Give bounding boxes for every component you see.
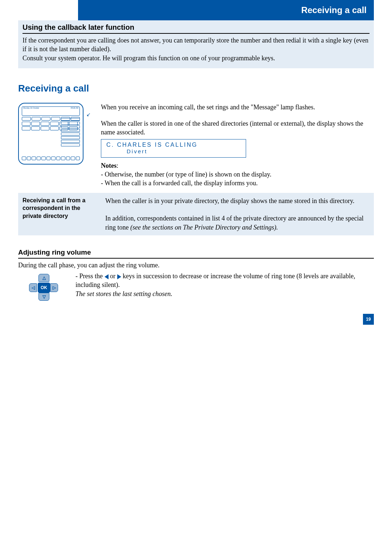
phone-screen-date: Monday 16 October [23,107,39,115]
callback-section: Using the callback later function If the… [18,20,374,68]
callout-arrow-icon: ↙ [86,112,91,118]
display-line-1: C. CHARLES IS CALLING [106,142,241,148]
triangle-left-icon [105,274,109,279]
nav-up-icon: △ [38,274,49,282]
callback-paragraph-1: If the correspondent you are calling doe… [23,36,369,54]
phone-bottomrow [22,157,80,160]
private-p2: In addition, correspondents contained in… [105,214,369,232]
navpad-illustration: △ ▽ ◁ ▷ OK [29,274,58,301]
note-1: - Otherwise, the number (or type of line… [101,171,271,178]
receiving-text: When you receive an incoming call, the s… [101,103,374,188]
volume-text: - Press the or keys in succession to dec… [75,272,374,303]
receiving-p2: When the caller is stored in one of the … [101,119,374,137]
phone-illustration: ↙ Monday 16 October 09:26 AM [18,103,83,165]
notes-label: Notes [101,162,117,169]
nav-right-icon: ▷ [50,283,58,292]
phone-display-callout: C. CHARLES IS CALLING Divert [101,139,246,158]
display-line-2: Divert [127,148,241,154]
note-2: - When the call is a forwarded call, the… [101,179,258,187]
callback-title: Using the callback later function [23,23,369,34]
volume-title: Adjusting ring volume [18,248,374,259]
volume-intro: During the call phase, you can adjust th… [18,261,374,270]
nav-down-icon: ▽ [38,293,49,301]
phone-screen: Monday 16 October 09:26 AM [22,106,80,116]
phone-linekeys [61,118,80,147]
receiving-p1: When you receive an incoming call, the s… [101,103,374,112]
volume-row: △ ▽ ◁ ▷ OK - Press the or keys in succes… [18,272,374,303]
page-number: 19 [363,314,374,325]
volume-p2: The set stores the last setting chosen. [75,290,172,297]
nav-left-icon: ◁ [29,283,37,292]
receiving-title: Receiving a call [18,83,374,96]
triangle-right-icon [117,274,121,279]
private-heading: Receiving a call from a correspondent in… [23,197,99,220]
callback-paragraph-2: Consult your system operator. He will pr… [23,54,369,62]
receiving-row: ↙ Monday 16 October 09:26 AM [18,103,374,188]
notes-block: Notes: - Otherwise, the number (or type … [101,161,374,188]
private-p1: When the caller is in your private direc… [105,197,369,205]
nav-ok-button: OK [38,283,50,293]
phone-screen-time: 09:26 AM [71,107,78,115]
chapter-header: Receiving a call [78,0,374,20]
phone-illustration-container: ↙ Monday 16 October 09:26 AM [18,103,94,188]
private-directory-section: Receiving a call from a correspondent in… [18,193,374,235]
chapter-title: Receiving a call [301,5,367,15]
